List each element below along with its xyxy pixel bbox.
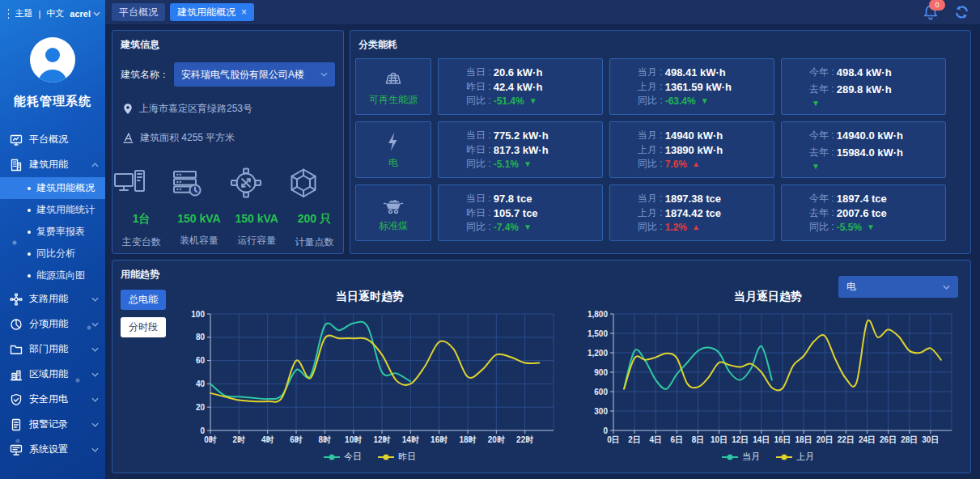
stat-line-label: 昨日 : (466, 143, 491, 157)
menu-item-label: 分项用能 (29, 317, 85, 331)
sidebar-item-分项用能[interactable]: 分项用能 (0, 312, 105, 337)
legend-marker-icon (324, 454, 340, 460)
caret-down-icon (91, 297, 99, 302)
submenu: 建筑用能概况建筑用能统计复费率报表同比分析能源流向图 (0, 177, 105, 286)
sidebar-item-部门用能[interactable]: 部门用能 (0, 337, 105, 362)
legend-item-上月[interactable]: 上月 (776, 451, 814, 463)
submenu-item-label: 建筑用能概况 (36, 181, 95, 195)
ratio-line: 同比 : -5.5%▼ (809, 220, 940, 234)
stat-line: 当日 : 97.8 tce (466, 192, 597, 206)
server-icon (170, 166, 227, 201)
stat-line: 当日 : 775.2 kW·h (466, 129, 597, 142)
sidebar-item-建筑用能[interactable]: 建筑用能 (0, 152, 105, 177)
user-menu[interactable]: acrel (70, 9, 100, 19)
stat-line: 当月 : 498.41 kW·h (638, 66, 769, 79)
svg-text:900: 900 (594, 368, 608, 377)
legend-item-当月[interactable]: 当月 (722, 451, 760, 463)
stat-line-label: 当月 : (638, 129, 663, 142)
caret-down-icon (91, 322, 99, 327)
sidebar-item-平台概况[interactable]: 平台概况 (0, 127, 105, 152)
trend-button-总电能[interactable]: 总电能 (121, 290, 166, 310)
category-stat-card: 今年 : 498.4 kW·h去年 : 289.8 kW·h▼ (781, 58, 946, 115)
stat-line: 今年 : 1897.4 tce (809, 192, 940, 206)
pie-icon (10, 318, 23, 331)
refresh-button[interactable] (953, 4, 970, 20)
svg-text:1,200: 1,200 (588, 349, 608, 358)
username: acrel (70, 9, 91, 19)
bullet-dot (28, 209, 31, 212)
stat-line: 当月 : 1897.38 tce (638, 192, 769, 206)
tab-close-icon[interactable]: × (241, 6, 247, 18)
building-select[interactable]: 安科瑞电气股份有限公司A楼 (174, 62, 335, 87)
sidebar-menu: 平台概况建筑用能建筑用能概况建筑用能统计复费率报表同比分析能源流向图支路用能分项… (0, 127, 105, 462)
trend-button-分时段[interactable]: 分时段 (121, 317, 166, 337)
submenu-item-label: 建筑用能统计 (36, 203, 95, 217)
ratio-line: 同比 : -51.4%▼ (466, 94, 597, 108)
trend-buttons: 总电能分时段 (121, 290, 166, 337)
sidebar-item-区域用能[interactable]: 区域用能 (0, 362, 105, 387)
category-stat-card: 当月 : 14940 kW·h上月 : 13890 kW·h同比 : 7.6%▲ (609, 121, 774, 178)
sidebar-subitem-复费率报表[interactable]: 复费率报表 (0, 221, 105, 243)
building-icon (10, 159, 23, 172)
notification-badge: 0 (929, 0, 945, 11)
building-stat-装机容量: 150 kVA装机容量 (170, 166, 227, 249)
sidebar-subitem-同比分析[interactable]: 同比分析 (0, 243, 105, 265)
svg-text:600: 600 (594, 388, 608, 396)
sidebar-subitem-建筑用能概况[interactable]: 建筑用能概况 (0, 177, 105, 199)
building-stat-运行容量: 150 kVA运行容量 (228, 166, 286, 249)
caret-down-icon (91, 372, 99, 377)
trend-down-icon: ▼ (524, 159, 532, 168)
sidebar-item-安全用电[interactable]: 安全用电 (0, 387, 105, 412)
trend-up-icon: ▲ (692, 223, 700, 231)
sidebar-item-报警记录[interactable]: 报警记录 (0, 412, 105, 437)
svg-text:26日: 26日 (880, 435, 897, 444)
stat-value: 150 kVA (228, 212, 286, 225)
hamburger-menu-icon[interactable] (8, 9, 9, 19)
trend-down-icon: ▼ (812, 162, 820, 171)
chart-title: 当月逐日趋势 (734, 290, 802, 304)
language-link[interactable]: 中文 (46, 7, 64, 19)
ratio-value: -7.4% (494, 222, 519, 233)
svg-text:14时: 14时 (402, 435, 419, 444)
legend-item-今日[interactable]: 今日 (324, 451, 362, 463)
category-row-标准煤: 标准煤当日 : 97.8 tce昨日 : 105.7 tce同比 : -7.4%… (355, 184, 946, 241)
caret-up-icon (91, 163, 99, 167)
sidebar: 主题 | 中文 acrel 能耗管理系统 平台概况建筑用能建筑用能概况建筑用能统… (0, 0, 105, 479)
sidebar-item-支路用能[interactable]: 支路用能 (0, 286, 105, 312)
trend-down-icon: ▼ (867, 223, 875, 231)
category-stat-card: 今年 : 1897.4 tce去年 : 2007.6 tce同比 : -5.5%… (781, 184, 946, 241)
stat-label: 运行容量 (228, 234, 286, 248)
svg-text:16日: 16日 (774, 435, 791, 444)
stat-line-value: 289.8 kW·h (837, 83, 892, 95)
svg-text:4日: 4日 (649, 435, 662, 444)
user-avatar-icon (31, 39, 74, 83)
caret-down-icon (91, 447, 99, 452)
svg-text:2时: 2时 (233, 435, 246, 444)
avatar[interactable] (30, 37, 75, 83)
location-pin-icon (122, 103, 134, 115)
energy-type-select[interactable]: 电 (838, 276, 958, 298)
sidebar-subitem-建筑用能统计[interactable]: 建筑用能统计 (0, 199, 105, 221)
category-icon-card: 标准煤 (355, 184, 431, 241)
sidebar-item-系统设置[interactable]: 系统设置 (0, 437, 105, 462)
category-stat-card: 当日 : 775.2 kW·h昨日 : 817.3 kW·h同比 : -5.1%… (438, 121, 603, 178)
category-row-可再生能源: 可再生能源当日 : 20.6 kW·h昨日 : 42.4 kW·h同比 : -5… (355, 58, 946, 115)
legend-item-昨日[interactable]: 昨日 (378, 451, 416, 463)
ratio-value: -63.4% (665, 95, 696, 107)
tab-label: 平台概况 (119, 6, 158, 19)
notifications-button[interactable]: 0 (923, 4, 939, 20)
ratio-label: 同比 : (466, 94, 491, 108)
tab-item[interactable]: 平台概况 (112, 3, 165, 21)
building-address: 上海市嘉定区育绿路253号 (139, 102, 252, 116)
theme-link[interactable]: 主题 (15, 7, 32, 19)
menu-item-label: 支路用能 (29, 292, 85, 306)
category-stat-card: 今年 : 14940.0 kW·h去年 : 15984.0 kW·h▼ (781, 121, 946, 178)
svg-text:12日: 12日 (732, 435, 749, 444)
chart-legend: 今日昨日 (324, 451, 416, 463)
stat-line-value: 20.6 kW·h (494, 66, 543, 78)
svg-text:22日: 22日 (838, 435, 855, 444)
sidebar-subitem-能源流向图[interactable]: 能源流向图 (0, 265, 105, 286)
legend-marker-icon (722, 454, 738, 460)
building-address-row: 上海市嘉定区育绿路253号 (122, 102, 333, 116)
tab-active[interactable]: 建筑用能概况× (170, 3, 254, 21)
